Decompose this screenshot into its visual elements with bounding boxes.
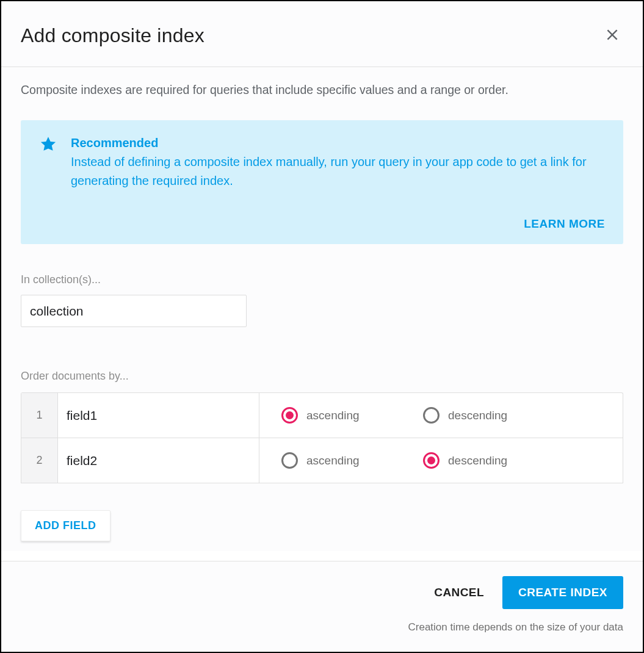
- dialog-description: Composite indexes are required for queri…: [21, 83, 623, 97]
- field-name-input[interactable]: [67, 453, 250, 468]
- dialog-footer: CANCEL CREATE INDEX Creation time depend…: [1, 561, 643, 652]
- footer-note: Creation time depends on the size of you…: [408, 621, 624, 633]
- radio-icon: [423, 452, 440, 469]
- recommended-info-card: Recommended Instead of defining a compos…: [21, 120, 623, 244]
- add-composite-index-dialog: Add composite index Composite indexes ar…: [0, 0, 644, 653]
- row-number: 2: [21, 438, 58, 483]
- order-label: Order documents by...: [21, 370, 623, 383]
- radio-ascending[interactable]: ascending: [281, 407, 391, 424]
- radio-icon: [281, 407, 298, 424]
- cancel-button[interactable]: CANCEL: [434, 586, 484, 599]
- radio-label: descending: [448, 454, 507, 467]
- radio-icon: [423, 407, 440, 424]
- radio-label: descending: [448, 409, 507, 422]
- radio-label: ascending: [306, 454, 360, 467]
- order-row: 2 ascending descending: [21, 438, 623, 483]
- add-field-button[interactable]: ADD FIELD: [21, 510, 110, 541]
- create-index-button[interactable]: CREATE INDEX: [502, 576, 623, 609]
- dialog-body: Composite indexes are required for queri…: [1, 67, 643, 551]
- recommended-title: Recommended: [71, 136, 602, 150]
- close-button[interactable]: [601, 25, 623, 47]
- learn-more-button[interactable]: LEARN MORE: [524, 217, 605, 231]
- radio-descending[interactable]: descending: [423, 407, 533, 424]
- radio-icon: [281, 452, 298, 469]
- row-number: 1: [21, 393, 58, 438]
- close-icon: [604, 27, 620, 45]
- radio-descending[interactable]: descending: [423, 452, 533, 469]
- dialog-header: Add composite index: [1, 1, 643, 67]
- collection-input[interactable]: [21, 295, 247, 327]
- radio-ascending[interactable]: ascending: [281, 452, 391, 469]
- order-row: 1 ascending descending: [21, 393, 623, 438]
- field-name-input[interactable]: [67, 408, 250, 423]
- star-icon: [39, 135, 57, 190]
- radio-label: ascending: [306, 409, 360, 422]
- dialog-title: Add composite index: [21, 24, 204, 47]
- order-fields-table: 1 ascending descending 2: [21, 392, 623, 483]
- collection-label: In collection(s)...: [21, 273, 623, 286]
- recommended-text: Instead of defining a composite index ma…: [71, 153, 602, 190]
